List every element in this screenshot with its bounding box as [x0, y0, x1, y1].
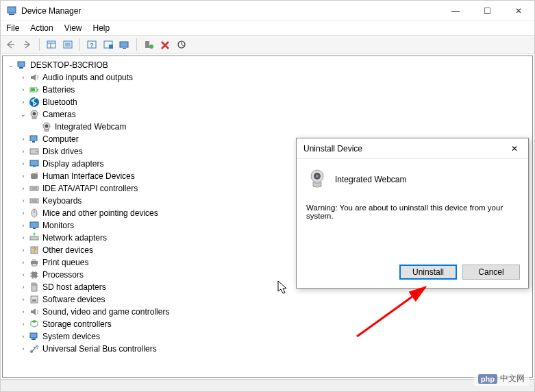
properties-button[interactable]	[60, 37, 75, 52]
svg-rect-37	[36, 172, 38, 174]
mouse-icon	[29, 208, 40, 219]
minimize-button[interactable]: —	[440, 1, 471, 21]
scan-button[interactable]	[117, 37, 132, 52]
bluetooth-icon	[29, 97, 40, 108]
back-button[interactable]	[3, 37, 18, 52]
update-driver-button[interactable]	[174, 37, 189, 52]
expand-icon[interactable]: ›	[19, 86, 27, 94]
dialog-title: Uninstall Device	[303, 144, 501, 154]
svg-rect-47	[33, 228, 36, 229]
webcam-icon	[306, 167, 328, 191]
tree-node-storage[interactable]: ›Storage controllers	[3, 318, 532, 330]
tree-node-software[interactable]: ›Software devices	[3, 293, 532, 306]
svg-point-33	[36, 151, 38, 152]
expand-icon[interactable]: ›	[19, 308, 27, 316]
expand-icon[interactable]: ›	[19, 197, 27, 205]
tree-label: Other devices	[42, 245, 93, 255]
uninstall-dialog: Uninstall Device ✕ Integrated Webcam War…	[296, 138, 529, 289]
expand-icon[interactable]: ›	[19, 160, 27, 168]
dialog-device-row: Integrated Webcam	[306, 167, 519, 191]
svg-point-18	[149, 45, 153, 49]
svg-rect-21	[19, 67, 23, 69]
tree-label: DESKTOP-B3CRIOB	[30, 60, 108, 70]
close-button[interactable]: ✕	[503, 1, 534, 21]
svg-rect-30	[30, 136, 37, 140]
svg-rect-15	[120, 42, 128, 47]
collapse-icon[interactable]: ⌄	[7, 61, 15, 69]
tree-node-system[interactable]: ›System devices	[3, 330, 532, 343]
computer-icon	[29, 134, 40, 145]
tree-node-sound[interactable]: ›Sound, video and game controllers	[3, 306, 532, 318]
sd-icon	[29, 282, 40, 293]
svg-point-29	[45, 125, 49, 128]
expand-icon[interactable]: ›	[19, 345, 27, 353]
enable-button[interactable]	[141, 37, 156, 52]
tree-node-audio[interactable]: ›Audio inputs and outputs	[3, 71, 532, 84]
watermark: php 中文网	[474, 371, 529, 386]
expand-icon[interactable]: ›	[19, 246, 27, 254]
svg-rect-14	[109, 45, 113, 49]
expand-icon[interactable]: ›	[19, 258, 27, 267]
help-button[interactable]: ?	[84, 37, 99, 52]
svg-rect-0	[8, 7, 16, 13]
expand-icon[interactable]: ›	[19, 184, 27, 193]
expand-icon[interactable]: ›	[19, 332, 27, 341]
storage-icon	[29, 319, 40, 330]
window-controls: — ☐ ✕	[440, 1, 534, 21]
dialog-cancel-button[interactable]: Cancel	[462, 265, 520, 280]
tree-label: System devices	[42, 332, 100, 341]
svg-rect-41	[30, 199, 38, 203]
menu-action[interactable]: Action	[30, 23, 53, 33]
action-button[interactable]	[101, 37, 116, 52]
expand-icon[interactable]: ›	[19, 147, 27, 156]
expand-icon[interactable]: ›	[19, 209, 27, 217]
window-title: Device Manager	[21, 6, 440, 16]
forward-button[interactable]	[20, 37, 35, 52]
expand-icon[interactable]: ›	[19, 172, 27, 180]
tree-label: Monitors	[42, 221, 74, 230]
expand-icon[interactable]: ›	[19, 135, 27, 143]
uninstall-button[interactable]	[158, 37, 173, 52]
tree-node-camera[interactable]: ⌄Cameras	[3, 108, 532, 121]
expand-icon[interactable]: ›	[19, 271, 27, 279]
svg-rect-16	[123, 48, 126, 49]
svg-rect-24	[31, 88, 35, 91]
tree-label: SD host adapters	[42, 282, 106, 292]
battery-icon	[29, 84, 40, 95]
dialog-uninstall-button[interactable]: Uninstall	[399, 265, 457, 280]
expand-icon[interactable]: ›	[19, 283, 27, 291]
svg-rect-31	[32, 141, 35, 143]
camera-icon	[29, 109, 40, 120]
menubar: File Action View Help	[1, 21, 534, 35]
expand-icon[interactable]: ›	[19, 98, 27, 106]
maximize-button[interactable]: ☐	[471, 1, 503, 21]
svg-rect-17	[145, 41, 149, 48]
menu-file[interactable]: File	[6, 23, 19, 33]
collapse-icon[interactable]: ⌄	[19, 110, 27, 119]
show-hidden-button[interactable]	[44, 37, 59, 52]
tree-label: Computer	[42, 134, 79, 144]
menu-help[interactable]: Help	[93, 23, 110, 33]
tree-node-usb[interactable]: ›Universal Serial Bus controllers	[3, 343, 532, 355]
expand-icon[interactable]: ›	[19, 221, 27, 230]
tree-label: Human Interface Devices	[42, 171, 135, 181]
menu-view[interactable]: View	[64, 23, 82, 33]
software-icon	[29, 294, 40, 305]
svg-point-27	[33, 112, 36, 116]
expand-icon[interactable]: ›	[19, 320, 27, 328]
dialog-close-button[interactable]: ✕	[501, 138, 528, 159]
svg-point-77	[316, 175, 319, 177]
app-icon	[6, 5, 17, 16]
expand-icon[interactable]: ›	[19, 295, 27, 304]
tree-node-bluetooth[interactable]: ›Bluetooth	[3, 96, 532, 108]
expand-icon[interactable]: ›	[19, 234, 27, 242]
tree-root[interactable]: ⌄DESKTOP-B3CRIOB	[3, 59, 532, 71]
svg-point-50	[34, 233, 36, 235]
other-icon: ?	[29, 245, 40, 256]
tree-node-battery[interactable]: ›Batteries	[3, 84, 532, 96]
tree-label: Cameras	[42, 110, 76, 119]
watermark-logo: php	[478, 374, 497, 384]
tree-leaf-camera[interactable]: Integrated Webcam	[3, 121, 532, 133]
expand-icon[interactable]: ›	[19, 73, 27, 82]
dialog-buttons: Uninstall Cancel	[399, 265, 520, 280]
